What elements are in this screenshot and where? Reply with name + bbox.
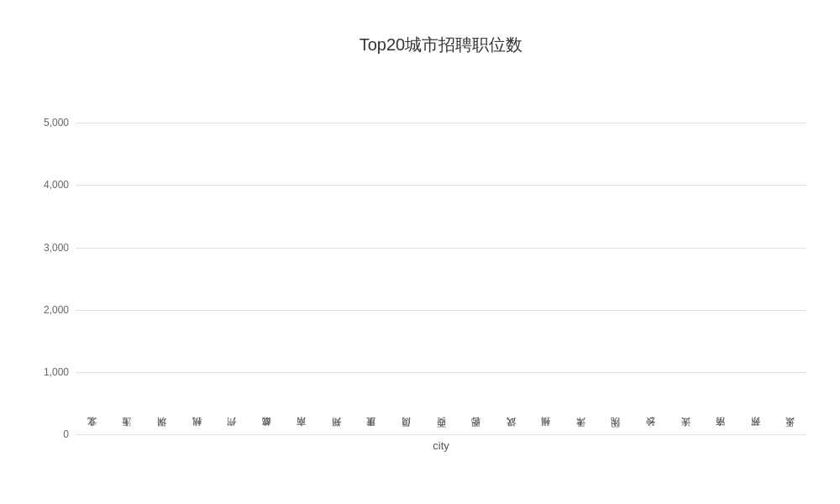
- bar-group: 成都: [250, 429, 283, 434]
- bar-group: 太原: [774, 429, 807, 434]
- chart-container: Top20城市招聘职位数 01,0002,0003,0004,0005,000 …: [17, 17, 823, 487]
- y-axis-label: 0: [63, 428, 69, 440]
- bar-group: 福州: [530, 429, 563, 434]
- bar-group: 重庆: [355, 429, 388, 434]
- bar-group: 西安: [425, 429, 458, 434]
- bars-wrapper: 北京上海深圳杭州广州成都南京郑州重庆厦门西安合肥武汉福州天津沈阳长沙大连济南苏州…: [76, 73, 806, 434]
- bar-group: 广州: [215, 429, 248, 434]
- y-axis-label: 4,000: [44, 179, 69, 191]
- bar-group: 深圳: [145, 429, 178, 434]
- bar-group: 济南: [704, 429, 737, 434]
- grid-line: [76, 434, 806, 435]
- y-axis-label: 2,000: [44, 304, 69, 316]
- bar-group: 南京: [285, 429, 318, 434]
- bar-group: 大连: [669, 429, 702, 434]
- bar-group: 长沙: [634, 429, 667, 434]
- x-axis-label: city: [433, 439, 449, 452]
- bar-group: 天津: [564, 429, 597, 434]
- bar-group: 合肥: [459, 429, 492, 434]
- chart-area: 01,0002,0003,0004,0005,000 北京上海深圳杭州广州成都南…: [76, 73, 806, 434]
- bar-group: 武汉: [495, 429, 528, 434]
- chart-title: Top20城市招聘职位数: [76, 34, 806, 56]
- y-axis-label: 1,000: [44, 366, 69, 378]
- bar-group: 郑州: [320, 429, 353, 434]
- bar-group: 苏州: [739, 429, 772, 434]
- bar-group: 北京: [76, 429, 108, 434]
- bar-group: 厦门: [390, 429, 423, 434]
- y-axis-label: 3,000: [44, 242, 69, 254]
- bar-group: 杭州: [181, 429, 213, 434]
- bar-group: 上海: [111, 429, 144, 434]
- bar-group: 沈阳: [600, 429, 633, 434]
- y-axis-label: 5,000: [44, 117, 69, 129]
